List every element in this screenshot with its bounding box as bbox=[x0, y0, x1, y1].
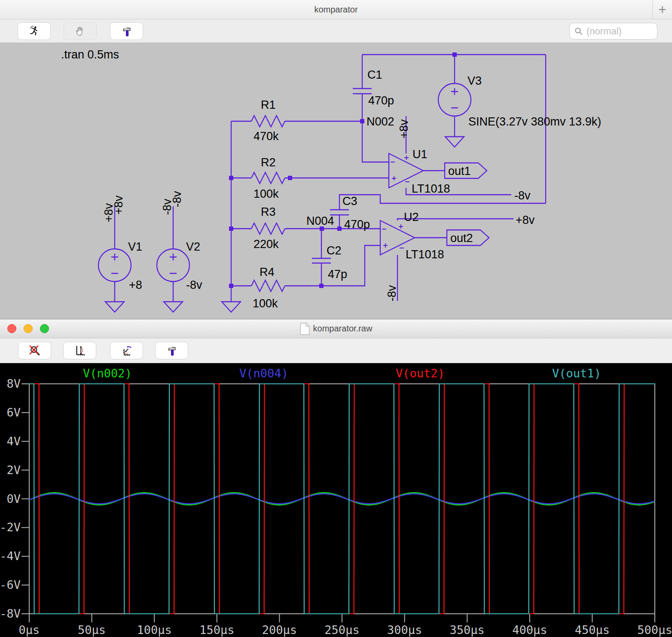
x-tick-label: 500µs bbox=[637, 623, 672, 637]
label-u1-value: LT1018 bbox=[412, 182, 450, 195]
v2-plus-minus bbox=[170, 254, 177, 273]
toolbar-waveform bbox=[0, 338, 672, 363]
x-tick-label: 150µs bbox=[199, 623, 234, 637]
x-tick-label: 400µs bbox=[512, 623, 547, 637]
zoom-cancel-icon bbox=[29, 345, 40, 356]
c2-plates bbox=[312, 258, 331, 263]
titlebar-waveform[interactable]: komparator.raw bbox=[0, 319, 672, 338]
label-flag-minus8v-u1: -8v bbox=[514, 189, 531, 202]
run-button[interactable] bbox=[18, 22, 51, 40]
search-icon bbox=[574, 27, 583, 36]
schematic-drawing: .tran 0.5msR1470kR2100kR3220kR4100kC1470… bbox=[0, 43, 672, 319]
y-tick-label: -4V bbox=[0, 549, 21, 563]
close-button[interactable] bbox=[7, 324, 16, 333]
label-v1-value: +8 bbox=[129, 279, 142, 291]
hand-icon bbox=[74, 25, 86, 37]
label-r3-ref: R3 bbox=[261, 205, 276, 218]
c1-plates bbox=[353, 89, 372, 94]
label-c2-value: 47p bbox=[328, 268, 347, 281]
y-tick-label: 8V bbox=[6, 377, 21, 390]
label-v2-ref: V2 bbox=[186, 240, 200, 253]
x-tick-label: 350µs bbox=[450, 623, 485, 637]
y-tick-label: 6V bbox=[6, 406, 21, 419]
y-tick-label: 4V bbox=[6, 435, 21, 448]
y-tick-label: -2V bbox=[0, 521, 21, 534]
running-man-icon bbox=[28, 25, 40, 37]
label-flag-plus8v-u2: +8v bbox=[516, 214, 535, 227]
x-tick-label: 0µs bbox=[19, 623, 40, 637]
toolbar-schematic bbox=[0, 19, 672, 43]
legend-V(out2)[interactable]: V(out2) bbox=[396, 367, 445, 380]
label-r2-ref: R2 bbox=[261, 156, 276, 169]
label-u1-plus8v: +8v bbox=[397, 119, 410, 138]
v3-plus-minus bbox=[451, 88, 458, 108]
legend-V(out1)[interactable]: V(out1) bbox=[552, 367, 601, 380]
label-v3-value: SINE(3.27v 380mv 13.9k) bbox=[468, 115, 601, 128]
legend-V(n004)[interactable]: V(n004) bbox=[239, 367, 288, 380]
y-tick-label: 0V bbox=[6, 492, 21, 505]
search-field[interactable] bbox=[569, 23, 657, 40]
window-title: komparator bbox=[314, 5, 357, 15]
y-tick-label: -8V bbox=[0, 607, 21, 620]
label-r1-ref: R1 bbox=[261, 98, 276, 111]
minimize-button[interactable] bbox=[24, 324, 33, 333]
label-c2-ref: C2 bbox=[327, 244, 342, 257]
search-input[interactable] bbox=[586, 26, 652, 37]
x-tick-label: 300µs bbox=[387, 623, 422, 637]
opamps-u1-u2[interactable] bbox=[380, 153, 423, 255]
previous-plot-button[interactable] bbox=[110, 342, 143, 359]
label-c1-ref: C1 bbox=[367, 68, 382, 81]
label-v2-value: -8v bbox=[186, 279, 202, 291]
label-u1-ref: U1 bbox=[412, 148, 428, 161]
label-v1-ref: V1 bbox=[128, 240, 142, 253]
pan-button[interactable] bbox=[64, 22, 97, 40]
label-c1-value: 470p bbox=[368, 94, 394, 107]
titlebar-schematic[interactable]: komparator + bbox=[0, 0, 672, 19]
label-v3-ref: V3 bbox=[467, 74, 482, 87]
autorange-y-button[interactable] bbox=[63, 342, 96, 359]
zoom-button[interactable] bbox=[40, 324, 49, 333]
y-tick-label: -6V bbox=[0, 578, 21, 591]
waveform-svg: V(n002)V(n004)V(out2)V(out1)8V6V4V2V0V-2… bbox=[0, 363, 672, 637]
autorange-y-icon bbox=[74, 345, 86, 356]
label-net-n004: N004 bbox=[306, 214, 334, 227]
window-title: komparator.raw bbox=[313, 324, 373, 334]
document-icon bbox=[300, 322, 310, 335]
label-r1-value: 470k bbox=[254, 130, 279, 143]
waveform-plot[interactable]: V(n002)V(n004)V(out2)V(out1)8V6V4V2V0V-2… bbox=[0, 363, 672, 637]
wire-left-rail bbox=[231, 121, 389, 302]
schematic-canvas[interactable]: .tran 0.5msR1470kR2100kR3220kR4100kC1470… bbox=[0, 43, 672, 319]
label-c3-value: 470p bbox=[344, 218, 370, 231]
legend-V(n002)[interactable]: V(n002) bbox=[83, 367, 132, 380]
label-u2-value: LT1018 bbox=[406, 248, 444, 261]
label-r4-value: 100k bbox=[253, 297, 278, 310]
x-tick-label: 450µs bbox=[575, 623, 610, 637]
schematic-labels: .tran 0.5msR1470kR2100kR3220kR4100kC1470… bbox=[61, 48, 601, 310]
label-v1-flag-b: +8v bbox=[112, 195, 125, 214]
schematic-window: komparator + bbox=[0, 0, 672, 319]
x-tick-label: 200µs bbox=[262, 623, 297, 637]
hammer-icon bbox=[166, 345, 177, 356]
label-r2-value: 100k bbox=[254, 187, 279, 200]
label-c3-ref: C3 bbox=[342, 195, 357, 208]
wires bbox=[115, 55, 546, 302]
label-directive: .tran 0.5ms bbox=[61, 48, 119, 61]
x-tick-label: 250µs bbox=[324, 623, 359, 637]
plus-icon: + bbox=[658, 2, 666, 18]
new-tab-button[interactable]: + bbox=[652, 0, 672, 19]
x-tick-label: 100µs bbox=[137, 623, 172, 637]
tools-button[interactable] bbox=[110, 22, 143, 40]
trace-V(n004) bbox=[29, 494, 655, 504]
tools-button[interactable] bbox=[155, 342, 188, 359]
previous-plot-icon bbox=[121, 345, 132, 356]
y-tick-label: 2V bbox=[6, 463, 21, 477]
x-tick-label: 50µs bbox=[78, 623, 106, 637]
zoom-cancel-button[interactable] bbox=[18, 342, 51, 359]
wire-top-rail bbox=[362, 55, 546, 203]
label-r3-value: 220k bbox=[254, 238, 279, 251]
waveform-window: komparator.raw bbox=[0, 319, 672, 637]
label-u2-ref: U2 bbox=[404, 211, 419, 224]
label-u2-minus8v: -8v bbox=[385, 285, 398, 301]
v1-plus-minus bbox=[111, 254, 118, 273]
hammer-icon bbox=[121, 25, 132, 37]
